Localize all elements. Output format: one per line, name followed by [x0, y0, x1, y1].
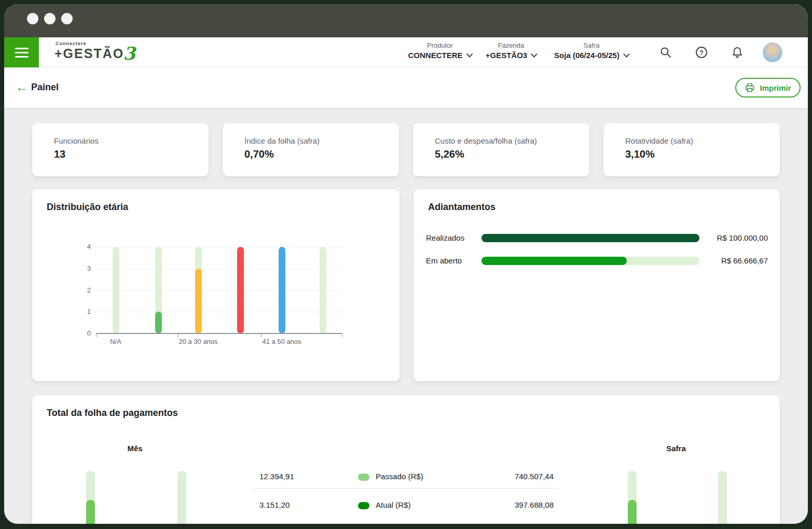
dropdown-label: Fazenda: [498, 41, 525, 49]
gridline: [96, 290, 342, 291]
x-axis-tick: [178, 334, 178, 337]
bar: [195, 269, 202, 333]
search-icon: [659, 46, 672, 59]
page-title: Painel: [31, 82, 59, 93]
printer-icon: [745, 82, 755, 93]
bell-icon: [731, 46, 744, 59]
payroll-season-value: 397.688,08: [481, 500, 554, 509]
dropdown-value: Soja (06/24-05/25): [554, 51, 620, 60]
legend-dot-atual: [358, 502, 369, 509]
x-axis-label: 41 a 50 anos: [251, 338, 313, 345]
advances-panel: Adiantamentos Realizados R$ 100.000,00 E…: [414, 189, 780, 381]
dropdown-value: CONNECTERE: [408, 51, 462, 60]
y-axis-label: 4: [77, 243, 91, 250]
bar-track: [113, 247, 119, 333]
dropdown-label: Safra: [583, 41, 599, 49]
payroll-season-value: 740.507,44: [481, 472, 554, 481]
bar: [237, 247, 244, 333]
search-button[interactable]: [655, 42, 676, 63]
print-button[interactable]: Imprimir: [735, 78, 801, 98]
page-header: ← Painel Imprimir: [4, 67, 808, 108]
app-logo: Connectere +GESTÃO 3: [54, 41, 135, 61]
row-divider: [253, 488, 559, 489]
advances-row-label: Em aberto: [426, 256, 462, 265]
logo-main-text: +GESTÃO: [54, 46, 124, 61]
fazenda-dropdown[interactable]: Fazenda +GESTÃO3: [486, 41, 536, 60]
advances-row-value: R$ 100.000,00: [680, 233, 768, 242]
x-axis-tick: [342, 334, 343, 337]
stat-card-rotatividade: Rotatividade (safra) 3,10%: [603, 123, 780, 176]
payroll-month-value: 12.394,91: [259, 472, 294, 481]
logo-suffix-text: 3: [123, 46, 135, 61]
stat-card-custo-despesa: Custo e despesa/folha (safra) 5,26%: [413, 123, 589, 176]
advances-bar-fill: [481, 234, 699, 242]
stat-value: 0,70%: [244, 148, 377, 160]
chevron-down-icon: [623, 51, 630, 58]
bar: [155, 312, 162, 333]
app-bar: Connectere +GESTÃO 3 Produtor CONNECTERE…: [4, 37, 808, 67]
age-chart-title: Distribuição etária: [47, 202, 128, 213]
stat-value: 3,10%: [625, 148, 758, 160]
x-axis-label: N/A: [85, 338, 147, 345]
bar-track: [320, 247, 326, 333]
stat-label: Rotatividade (safra): [625, 136, 758, 145]
hamburger-menu-button[interactable]: [4, 37, 39, 67]
y-axis-label: 2: [77, 286, 91, 294]
advances-row-value: R$ 66.666,67: [680, 256, 768, 265]
browser-window: Connectere +GESTÃO 3 Produtor CONNECTERE…: [4, 4, 808, 524]
chevron-down-icon: [531, 51, 538, 58]
bar: [279, 247, 285, 333]
legend-label: Passado (R$): [376, 472, 423, 481]
advances-title: Adiantamentos: [428, 202, 496, 213]
help-icon: ?: [695, 46, 708, 59]
stat-label: Custo e despesa/folha (safra): [435, 136, 568, 145]
user-avatar[interactable]: [763, 43, 782, 62]
payroll-season-heading: Safra: [645, 444, 707, 453]
payroll-total-panel: Total da folha de pagamentos Mês Safra 1…: [32, 395, 780, 524]
payroll-month-heading: Mês: [104, 444, 166, 453]
dropdown-label: Produtor: [427, 41, 453, 49]
legend-label: Atual (R$): [376, 500, 411, 509]
print-button-label: Imprimir: [760, 83, 791, 92]
help-button[interactable]: ?: [691, 42, 712, 63]
x-axis-tick: [96, 334, 97, 337]
age-distribution-panel: Distribuição etária 01234N/A20 a 30 anos…: [32, 189, 400, 381]
age-distribution-chart: 01234N/A20 a 30 anos41 a 50 anos: [96, 247, 342, 333]
mini-bar-track: [718, 471, 727, 524]
window-control-dot[interactable]: [27, 13, 38, 24]
stat-value: 13: [54, 148, 187, 160]
y-axis-label: 1: [77, 308, 91, 315]
gridline: [96, 247, 342, 247]
stat-value: 5,26%: [435, 148, 568, 160]
stat-card-funcionarios: Funcionários 13: [32, 123, 209, 176]
safra-dropdown[interactable]: Safra Soja (06/24-05/25): [554, 41, 629, 60]
advances-row-label: Realizados: [426, 233, 464, 242]
chevron-down-icon: [466, 51, 473, 58]
advances-bar-fill: [481, 257, 627, 265]
gridline: [96, 269, 342, 269]
x-axis-label: 20 a 30 anos: [167, 338, 229, 345]
y-axis-label: 0: [77, 329, 91, 337]
window-titlebar: [4, 4, 808, 37]
produtor-dropdown[interactable]: Produtor CONNECTERE: [408, 41, 472, 60]
gridline: [96, 312, 342, 312]
window-control-dot[interactable]: [44, 13, 56, 24]
window-control-dot[interactable]: [61, 13, 73, 24]
notifications-button[interactable]: [727, 42, 748, 63]
mini-bar-fill: [86, 500, 95, 524]
mini-bar-fill: [628, 500, 637, 524]
stat-card-indice-folha: Índice da folha (safra) 0,70%: [223, 123, 399, 176]
stat-label: Índice da folha (safra): [244, 136, 377, 145]
svg-text:?: ?: [699, 49, 703, 57]
x-axis: [96, 333, 342, 334]
legend-dot-passado: [358, 474, 369, 481]
back-button[interactable]: ←: [16, 80, 28, 94]
mini-bar-track: [177, 471, 186, 524]
advances-bar-track: [481, 234, 699, 242]
y-axis-label: 3: [77, 264, 91, 272]
x-axis-tick: [261, 334, 262, 337]
advances-bar-track: [481, 257, 699, 265]
payroll-title: Total da folha de pagamentos: [47, 408, 178, 419]
stat-label: Funcionários: [54, 136, 187, 145]
payroll-month-value: 3.151,20: [259, 500, 290, 509]
